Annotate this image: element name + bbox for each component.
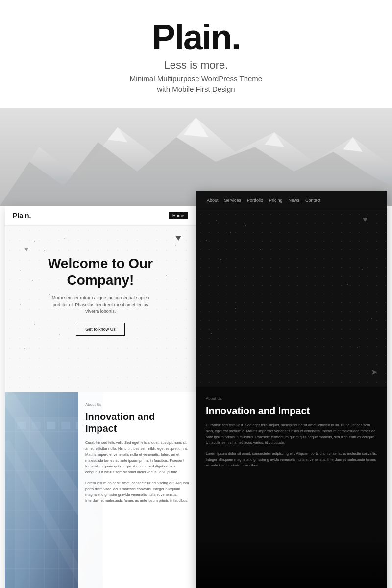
scatter-dot (59, 334, 60, 335)
scatter-dot-dark (371, 318, 372, 319)
scatter-dot (34, 324, 35, 325)
dark-nav-pricing[interactable]: Pricing (266, 197, 286, 204)
hero-text: Morbi semper rutrum augue, ac consequat … (47, 295, 154, 315)
preview-container: Plain. Home Welcome to Our Company! M (5, 191, 387, 588)
about-text-2: Lorem ipsum dolor sit amet, consectetur … (85, 480, 189, 504)
scatter-dot-dark (216, 220, 217, 221)
svg-rect-27 (61, 422, 70, 429)
about-section-left: About Us Innovation and Impact Curabitur… (5, 392, 196, 588)
subtitle-line2: with Mobile First Design (10, 85, 382, 93)
scatter-dot-dark (362, 269, 363, 270)
about-heading-right: Innovation and Impact (206, 405, 377, 416)
nav-logo: Plain. (13, 212, 31, 220)
dark-nav-contact[interactable]: Contact (302, 197, 323, 204)
scatter-dot-dark (206, 240, 207, 241)
dark-nav-portfolio[interactable]: Portfolio (244, 197, 266, 204)
dark-nav-bar: About Services Portfolio Pricing News Co… (196, 191, 387, 210)
card-fade (196, 534, 387, 588)
scatter-dot-dark (245, 225, 246, 226)
site-logo: Plain. (10, 20, 382, 55)
scatter-dot-dark (211, 333, 212, 334)
triangle-decoration-small (24, 248, 28, 251)
dark-nav-news[interactable]: News (286, 197, 303, 204)
scatter-dot-dark (357, 347, 358, 348)
svg-rect-26 (47, 422, 55, 429)
dark-triangle-deco (363, 218, 368, 222)
subtitle-line1: Minimal Multipurpose WordPress Theme (10, 74, 382, 83)
scatter-dot (44, 250, 45, 251)
hero-button[interactable]: Get to know Us (76, 323, 125, 336)
dark-nav-services[interactable]: Services (221, 197, 245, 204)
cursor-icon: ➤ (371, 368, 377, 377)
about-label: About Us (85, 402, 189, 407)
scatter-dot-dark (347, 284, 348, 285)
about-text-1: Curabitur sed felis velit. Sed eget feli… (85, 440, 189, 475)
dark-nav-about[interactable]: About (204, 197, 221, 204)
hero-right: ➤ (196, 210, 387, 387)
header: Plain. Less is more. Minimal Multipurpos… (0, 0, 392, 103)
about-text-right-2: Lorem ipsum dolor sit amet, consectetur … (206, 451, 377, 468)
nav-item-home[interactable]: Home (169, 212, 188, 219)
scatter-dot-dark (220, 259, 221, 260)
about-text-right-1: Curabitur sed felis velit. Sed eget feli… (206, 422, 377, 446)
scatter-dot (24, 348, 25, 349)
triangle-decoration (175, 236, 181, 241)
scatter-dot-dark (260, 249, 261, 250)
scatter-dot (34, 241, 35, 242)
scatter-dot-dark (235, 308, 236, 309)
nav-items: Home (169, 212, 188, 219)
card-left: Plain. Home Welcome to Our Company! M (5, 206, 196, 588)
hero-title: Welcome to Our Company! (15, 255, 186, 288)
hero-left: Welcome to Our Company! Morbi semper rut… (5, 226, 196, 392)
tagline: Less is more. (10, 59, 382, 72)
scatter-dot-dark (230, 232, 231, 233)
scatter-dot (20, 304, 21, 305)
about-label-right: About Us (206, 396, 377, 401)
dark-nav-items: About Services Portfolio Pricing News Co… (204, 197, 323, 204)
about-content-left: About Us Innovation and Impact Curabitur… (78, 392, 196, 588)
scatter-dot (175, 245, 176, 246)
nav-bar: Plain. Home (5, 206, 196, 226)
card-right: About Services Portfolio Pricing News Co… (196, 191, 387, 588)
scatter-dot (64, 238, 65, 239)
about-heading: Innovation and Impact (85, 411, 189, 434)
